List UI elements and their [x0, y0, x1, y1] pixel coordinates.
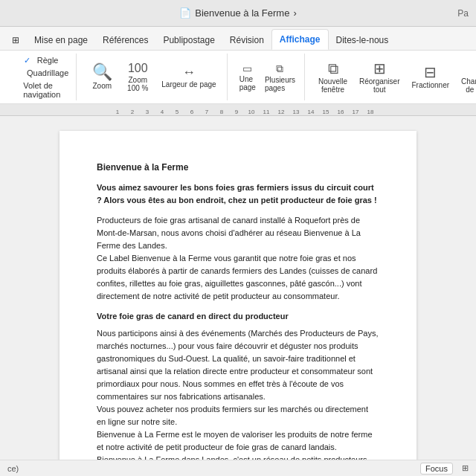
zoom-label: Zoom	[92, 82, 112, 90]
page-view-group: ▭ Une page ⧉ Plusieurs pages	[231, 54, 305, 100]
quadrillage-option[interactable]: ✓ Quadrillage	[12, 68, 70, 79]
zoom100-label: Zoom100 %	[127, 76, 148, 92]
reorganiser-button[interactable]: ⊞ Réorganisertout	[355, 58, 404, 97]
ruler-mark: 18	[363, 109, 378, 115]
nouvelle-fenetre-label: Nouvellefenêtre	[318, 77, 347, 94]
nouvelle-fenetre-icon: ⧉	[328, 61, 338, 76]
une-page-icon: ▭	[242, 62, 252, 74]
changement-fenetre-button[interactable]: 🗗 Changementde fenêtre	[457, 58, 476, 97]
ruler-mark: 2	[125, 109, 140, 115]
tab-publipostage[interactable]: Publipostage	[155, 30, 222, 50]
nouvelle-fenetre-button[interactable]: ⧉ Nouvellefenêtre	[314, 58, 352, 97]
changement-fenetre-label: Changementde fenêtre	[461, 77, 476, 94]
volet-option[interactable]: ✓ Volet de navigation	[12, 80, 70, 100]
window-group: ⧉ Nouvellefenêtre ⊞ Réorganisertout ⊟ Fr…	[308, 54, 476, 100]
ruler-mark: 17	[348, 109, 363, 115]
ribbon-tabs: ⊞ Mise en page Références Publipostage R…	[0, 27, 476, 51]
doc-para2: Producteurs de foie gras artisanal de ca…	[97, 214, 379, 303]
zoom-group: 🔍 Zoom 100 Zoom100 % ↔ Largeur de page	[80, 54, 227, 100]
ruler-mark: 1	[110, 109, 125, 115]
zoom100-button[interactable]: 100 Zoom100 %	[121, 60, 154, 95]
fractionner-icon: ⊟	[424, 65, 437, 80]
reorganiser-icon: ⊞	[373, 61, 386, 76]
ruler: 1 2 3 4 5 6 7 8 9 10 11 12 13 14 15 16 1	[0, 104, 476, 116]
plusieurs-pages-label: Plusieurs pages	[265, 76, 295, 92]
quadrillage-label: Quadrillage	[27, 68, 68, 77]
ruler-mark: 12	[274, 109, 289, 115]
ribbon-toolbar: ✓ Règle ✓ Quadrillage ✓ Volet de navigat…	[0, 51, 476, 104]
document-title: Bienvenue à la Ferme	[195, 7, 289, 19]
ruler-mark: 3	[140, 109, 155, 115]
main-area: 1 2 3 4 5 6 7 8 9 10 11 12 13 14 15 16 1	[0, 104, 476, 460]
title-bar-right: Pa	[457, 8, 469, 19]
ruler-marks: 1 2 3 4 5 6 7 8 9 10 11 12 13 14 15 16 1	[110, 104, 378, 115]
largeur-button[interactable]: ↔ Largeur de page	[157, 62, 220, 91]
ruler-mark: 10	[244, 109, 259, 115]
ruler-mark: 16	[333, 109, 348, 115]
ruler-mark: 14	[303, 109, 318, 115]
doc-page: Bienvenue à la Ferme Vous aimez savourer…	[60, 131, 416, 460]
une-page-button[interactable]: ▭ Une page	[237, 61, 259, 93]
largeur-icon: ↔	[182, 65, 196, 79]
title-bar-title: 📄 Bienvenue à la Ferme ›	[179, 7, 297, 19]
doc-para3: Nous participons ainsi à des événements …	[97, 327, 379, 460]
tab-mise-en-page[interactable]: Mise en page	[27, 30, 95, 50]
ruler-mark: 7	[199, 109, 214, 115]
tab-affichage[interactable]: Affichage	[271, 29, 329, 50]
doc-section2-title: Votre foie gras de canard en direct du p…	[97, 310, 379, 323]
zoom100-icon: 100	[128, 62, 148, 74]
doc-para1: Vous aimez savourer les bons foies gras …	[97, 181, 379, 207]
volet-label: Volet de navigation	[23, 81, 68, 99]
ruler-mark: 15	[318, 109, 333, 115]
tab-dites-le-nous[interactable]: Dites-le-nous	[329, 30, 396, 50]
ruler-mark: 6	[184, 109, 199, 115]
doc-scroll[interactable]: Bienvenue à la Ferme Vous aimez savourer…	[0, 116, 476, 460]
ruler-mark: 5	[170, 109, 184, 115]
title-arrow: ›	[293, 7, 296, 19]
tab-references[interactable]: Références	[95, 30, 155, 50]
plusieurs-pages-icon: ⧉	[276, 62, 283, 75]
focus-button[interactable]: Focus	[420, 463, 453, 475]
tab-revision[interactable]: Révision	[222, 30, 271, 50]
zoom-icon: 🔍	[92, 64, 112, 80]
status-left: ce)	[7, 464, 19, 473]
ruler-mark: 9	[229, 109, 244, 115]
une-page-label: Une page	[239, 75, 256, 91]
status-bar: ce) Focus ⊞	[0, 460, 476, 476]
regle-check-icon: ✓	[24, 56, 34, 65]
ruler-mark: 8	[214, 109, 229, 115]
zoom-button[interactable]: 🔍 Zoom	[86, 61, 118, 93]
fractionner-label: Fractionner	[411, 81, 449, 89]
largeur-label: Largeur de page	[161, 80, 216, 89]
doc-icon: 📄	[179, 7, 191, 19]
tab-accueil[interactable]: ⊞	[4, 30, 27, 50]
regle-label: Règle	[37, 56, 59, 65]
regle-option[interactable]: ✓ Règle	[22, 55, 60, 66]
fractionner-button[interactable]: ⊟ Fractionner	[407, 62, 454, 92]
ruler-inner: 1 2 3 4 5 6 7 8 9 10 11 12 13 14 15 16 1	[0, 104, 476, 115]
reorganiser-label: Réorganisertout	[359, 77, 399, 94]
ruler-mark: 4	[155, 109, 170, 115]
ruler-mark: 11	[259, 109, 274, 115]
ruler-mark: 13	[289, 109, 303, 115]
zoom-status-icon: ⊞	[462, 463, 469, 473]
doc-title: Bienvenue à la Ferme	[97, 161, 379, 174]
view-options-group: ✓ Règle ✓ Quadrillage ✓ Volet de navigat…	[6, 54, 77, 100]
ruler-area: 1 2 3 4 5 6 7 8 9 10 11 12 13 14 15 16 1	[0, 104, 476, 460]
plusieurs-pages-button[interactable]: ⧉ Plusieurs pages	[262, 61, 298, 94]
title-bar: 📄 Bienvenue à la Ferme › Pa	[0, 0, 476, 27]
